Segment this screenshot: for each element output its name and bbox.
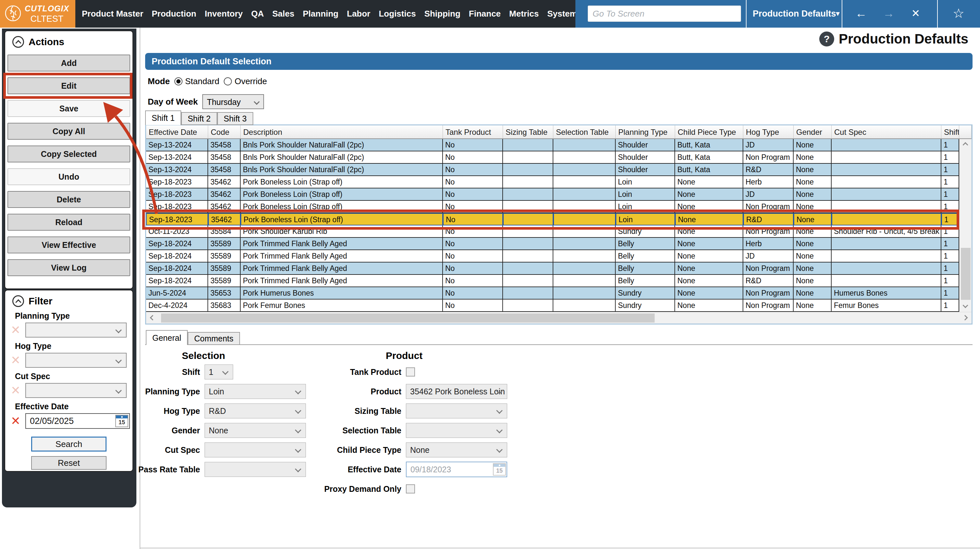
edit-button[interactable]: Edit [8, 77, 130, 94]
scroll-down-icon[interactable] [963, 303, 968, 308]
nav-item-labor[interactable]: Labor [347, 9, 370, 19]
nav-item-product-master[interactable]: Product Master [82, 9, 143, 19]
forward-arrow-icon[interactable]: → [879, 0, 899, 28]
tab-shift-1[interactable]: Shift 1 [145, 110, 181, 125]
tab-shift-3[interactable]: Shift 3 [217, 112, 253, 125]
product-select[interactable]: 35462 Pork Boneless Loin (S [406, 384, 507, 399]
column-header-planning-type[interactable]: Planning Type [616, 125, 675, 139]
column-header-description[interactable]: Description [240, 125, 443, 139]
copy-selected-button[interactable]: Copy Selected [8, 145, 130, 163]
scrollbar-thumb[interactable] [161, 313, 655, 322]
selection-table-select[interactable] [406, 423, 507, 438]
hog-type-select[interactable]: R&D [205, 404, 306, 418]
proxy-demand-only-checkbox[interactable] [406, 484, 415, 493]
view-log-button[interactable]: View Log [8, 259, 130, 276]
column-header-child-piece-type[interactable]: Child Piece Type [675, 125, 743, 139]
nav-item-finance[interactable]: Finance [469, 9, 501, 19]
table-row[interactable]: Sep-18-202435589Pork Trimmed Flank Belly… [146, 250, 959, 262]
clear-effective-date-icon[interactable]: ✕ [8, 414, 23, 428]
column-header-sizing-table[interactable]: Sizing Table [503, 125, 553, 139]
clear-planning-type-icon[interactable]: ✕ [8, 323, 23, 337]
table-row[interactable]: Sep-18-202435589Pork Trimmed Flank Belly… [146, 262, 959, 275]
nav-item-metrics[interactable]: Metrics [509, 9, 539, 19]
effective-date-filter-input[interactable] [25, 413, 130, 429]
planning-type-filter-select[interactable] [25, 322, 127, 338]
table-row[interactable]: Sep-18-202435589Pork Trimmed Flank Belly… [146, 275, 959, 287]
view-effective-button[interactable]: View Effective [8, 236, 130, 254]
close-screen-icon[interactable]: ✕ [906, 0, 926, 28]
search-button[interactable]: Search [31, 437, 107, 452]
scroll-up-icon[interactable] [963, 142, 968, 148]
go-to-screen-input[interactable] [588, 6, 741, 22]
nav-item-production[interactable]: Production [152, 9, 196, 19]
table-row[interactable]: Sep-18-202335462Pork Boneless Loin (Stra… [146, 201, 959, 213]
column-header-selection-table[interactable]: Selection Table [553, 125, 616, 139]
column-header-tank-product[interactable]: Tank Product [443, 125, 503, 139]
table-row[interactable]: Sep-18-202435589Pork Trimmed Flank Belly… [146, 238, 959, 250]
grid-vertical-scrollbar[interactable] [959, 139, 972, 312]
hog-type-filter-select[interactable] [25, 353, 127, 368]
copy-all-button[interactable]: Copy All [8, 123, 130, 140]
nav-item-logistics[interactable]: Logistics [379, 9, 416, 19]
table-row[interactable]: Sep-13-202435458Bnls Pork Shoulder Natur… [146, 139, 959, 152]
clear-hog-type-icon[interactable]: ✕ [8, 353, 23, 367]
screen-selector-caret-icon[interactable]: ▼ [835, 0, 841, 28]
save-button[interactable]: Save [8, 100, 130, 117]
add-button[interactable]: Add [8, 54, 130, 72]
table-row[interactable]: Dec-4-202435683Pork Femur BonesNoSundryN… [146, 300, 959, 312]
gender-select[interactable]: None [205, 423, 306, 438]
screen-selector[interactable]: Production Defaults [753, 0, 836, 28]
table-row[interactable]: Sep-18-202335462Pork Boneless Loin (Stra… [146, 176, 959, 188]
radio-override-icon[interactable] [224, 77, 232, 85]
delete-button[interactable]: Delete [8, 191, 130, 208]
pass-rate-table-select[interactable] [205, 462, 306, 477]
tab-comments[interactable]: Comments [188, 332, 240, 345]
undo-button[interactable]: Undo [8, 168, 130, 185]
scroll-right-icon[interactable] [963, 315, 968, 321]
child-piece-type-select[interactable]: None [406, 442, 507, 457]
reset-button[interactable]: Reset [31, 456, 107, 470]
mode-option-override[interactable]: Override [224, 77, 267, 86]
mode-option-standard[interactable]: Standard [174, 77, 220, 86]
table-row[interactable]: Sep-13-202435458Bnls Pork Shoulder Natur… [146, 152, 959, 164]
help-icon[interactable]: ? [819, 32, 834, 46]
day-of-week-select[interactable]: Thursday [202, 94, 264, 109]
nav-item-sales[interactable]: Sales [272, 9, 294, 19]
clear-cut-spec-icon[interactable]: ✕ [8, 383, 23, 397]
tab-shift-2[interactable]: Shift 2 [181, 112, 217, 125]
collapse-actions-icon[interactable] [12, 36, 24, 48]
radio-standard-icon[interactable] [174, 77, 183, 85]
table-row[interactable]: Jun-5-202435653Pork Humerus BonesNoSundr… [146, 287, 959, 300]
table-row-selected[interactable]: Sep-18-202335462Pork Boneless Loin (Stra… [146, 213, 959, 225]
tab-general[interactable]: General [146, 330, 188, 345]
column-header-shift[interactable]: Shift [941, 125, 959, 139]
column-header-hog-type[interactable]: Hog Type [743, 125, 794, 139]
cut-spec-select[interactable] [205, 442, 306, 457]
table-row[interactable]: Oct-11-202335584Pork Shoulder Karubi Rib… [146, 225, 959, 238]
table-row[interactable]: Sep-13-202435458Bnls Pork Shoulder Natur… [146, 164, 959, 176]
nav-item-shipping[interactable]: Shipping [425, 9, 460, 19]
nav-item-planning[interactable]: Planning [303, 9, 338, 19]
cut-spec-filter-select[interactable] [25, 383, 127, 398]
column-header-effective-date[interactable]: Effective Date [146, 125, 208, 139]
tank-product-checkbox[interactable] [406, 367, 415, 377]
scrollbar-thumb[interactable] [961, 248, 970, 300]
grid-horizontal-scrollbar[interactable] [146, 312, 972, 324]
column-header-cut-spec[interactable]: Cut Spec [832, 125, 941, 139]
column-header-gender[interactable]: Gender [794, 125, 832, 139]
nav-item-inventory[interactable]: Inventory [205, 9, 243, 19]
favorite-star-icon[interactable]: ☆ [949, 0, 968, 28]
table-row[interactable]: Sep-18-202335462Pork Boneless Loin (Stra… [146, 188, 959, 201]
reload-button[interactable]: Reload [8, 214, 130, 231]
nav-item-system[interactable]: System [547, 9, 578, 19]
planning-type-select[interactable]: Loin [205, 384, 306, 399]
calendar-icon[interactable]: 15 [493, 463, 506, 476]
shift-select[interactable]: 1 [205, 364, 233, 380]
scroll-left-icon[interactable] [150, 315, 156, 321]
back-arrow-icon[interactable]: ← [851, 0, 871, 28]
nav-item-qa[interactable]: QA [251, 9, 264, 19]
sizing-table-select[interactable] [406, 404, 507, 418]
calendar-icon[interactable]: 15 [115, 415, 128, 427]
effective-date-input[interactable] [406, 461, 507, 477]
column-header-code[interactable]: Code [208, 125, 240, 139]
